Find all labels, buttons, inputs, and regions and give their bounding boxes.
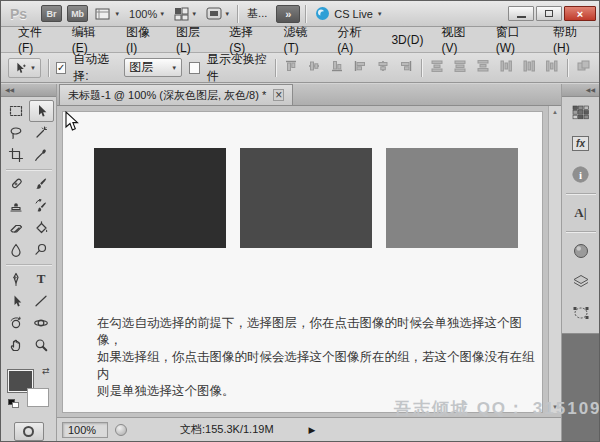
spot-healing-brush-tool[interactable] — [4, 173, 29, 195]
dodge-tool[interactable] — [29, 239, 54, 261]
line-tool[interactable] — [29, 290, 54, 312]
crop-icon — [8, 147, 24, 163]
dock-collapse-button[interactable]: ◀◀ — [562, 84, 599, 97]
rectangular-marquee-tool[interactable] — [4, 100, 29, 122]
align-top-edges-button[interactable] — [283, 58, 299, 78]
menu-analysis[interactable]: 分析(A) — [328, 20, 382, 59]
eraser-tool[interactable] — [4, 217, 29, 239]
history-brush-tool[interactable] — [29, 195, 54, 217]
masks-path-icon — [572, 305, 590, 321]
type-tool-icon: T — [37, 271, 46, 287]
auto-select-checkbox[interactable]: ✓ — [56, 62, 67, 74]
distribute-bottom-edges-button[interactable] — [475, 58, 491, 78]
info-panel-button[interactable]: i — [566, 160, 596, 189]
screen-mode-button[interactable]: ▼ — [204, 7, 232, 20]
align-right-edges-button[interactable] — [398, 58, 414, 78]
instruction-line: 如果选择组，你点击图像的时候会选择这个图像所在的组，若这个图像没有在组内 — [97, 349, 542, 383]
view-extras-button[interactable]: ▼ — [93, 7, 122, 21]
swatches-panel-button[interactable] — [566, 98, 596, 127]
document-tab[interactable]: 未标题-1 @ 100% (深灰色图层, 灰色/8) * × — [59, 84, 293, 105]
character-panel-button[interactable]: A| — [566, 198, 596, 227]
close-button[interactable]: × — [564, 6, 596, 21]
status-zoom-field[interactable]: 100% — [62, 422, 108, 438]
arrange-documents-button[interactable]: ▼ — [172, 7, 199, 21]
menu-window[interactable]: 窗口(W) — [487, 20, 544, 59]
auto-select-target-dropdown[interactable]: 图层 ▼ — [124, 58, 182, 77]
type-tool[interactable]: T — [29, 268, 54, 290]
tab-close-icon[interactable]: × — [273, 89, 284, 101]
styles-panel-button[interactable]: fx — [566, 129, 596, 158]
show-transform-controls-checkbox[interactable] — [189, 62, 200, 74]
layer-rectangles — [94, 148, 518, 248]
clone-stamp-icon — [8, 198, 24, 214]
align-horizontal-centers-button[interactable] — [375, 58, 391, 78]
medium-gray-rectangle[interactable] — [386, 148, 518, 248]
masks-panel-button[interactable] — [566, 298, 596, 327]
menu-view[interactable]: 视图(V) — [432, 20, 486, 59]
color-swatches-widget: ⇄ — [6, 364, 52, 410]
3d-orbit-tool[interactable] — [29, 312, 54, 334]
align-vertical-centers-button[interactable] — [306, 58, 322, 78]
menu-filter[interactable]: 滤镜(T) — [274, 20, 328, 59]
align-right-edges-icon — [399, 59, 413, 73]
status-clock-icon — [115, 424, 127, 436]
background-color-swatch[interactable] — [27, 388, 49, 407]
workspace-switcher-button[interactable]: 基... — [243, 6, 271, 21]
path-selection-tool[interactable] — [4, 290, 29, 312]
window-controls: × — [506, 6, 596, 21]
status-flyout-icon[interactable]: ▶ — [309, 425, 316, 435]
menu-image[interactable]: 图像(I) — [117, 20, 167, 59]
align-bottom-edges-button[interactable] — [329, 58, 345, 78]
tool-palette-collapse-button[interactable]: ◀◀ — [1, 84, 56, 97]
medium-dark-gray-rectangle[interactable] — [240, 148, 372, 248]
swap-colors-icon[interactable]: ⇄ — [42, 366, 50, 376]
blur-tool[interactable] — [4, 239, 29, 261]
distribute-top-edges-button[interactable] — [429, 58, 445, 78]
distribute-right-edges-button[interactable] — [544, 58, 560, 78]
zoom-tool[interactable] — [29, 334, 54, 356]
default-colors-icon[interactable] — [8, 399, 19, 408]
3d-panel-button[interactable] — [566, 236, 596, 265]
eyedropper-icon — [33, 147, 49, 163]
minimize-button[interactable] — [508, 6, 534, 21]
menu-file[interactable]: 文件(F) — [9, 20, 63, 59]
tools-separator — [4, 166, 54, 173]
paint-bucket-tool[interactable] — [29, 217, 54, 239]
auto-align-layers-button[interactable] — [575, 58, 592, 78]
magic-wand-tool[interactable] — [29, 122, 54, 144]
eyedropper-tool[interactable] — [29, 144, 54, 166]
distribute-vertical-centers-button[interactable] — [452, 58, 468, 78]
align-left-edges-icon — [353, 59, 367, 73]
dark-gray-rectangle[interactable] — [94, 148, 226, 248]
maximize-button[interactable] — [536, 6, 562, 21]
lasso-icon — [8, 125, 24, 141]
brush-tool[interactable] — [29, 173, 54, 195]
quick-mask-mode-button[interactable] — [14, 422, 44, 441]
move-tool-icon — [13, 61, 27, 75]
vertical-scrollbar[interactable]: ▲ ▼ — [548, 106, 561, 413]
distribute-left-edges-button[interactable] — [498, 58, 514, 78]
move-tool[interactable] — [29, 100, 54, 122]
tools-separator — [4, 261, 54, 268]
distribute-horizontal-centers-button[interactable] — [521, 58, 537, 78]
scroll-up-icon[interactable]: ▲ — [552, 106, 558, 118]
info-icon: i — [572, 166, 589, 183]
cs-live-button[interactable]: CS Live ▼ — [311, 6, 386, 21]
history-brush-icon — [33, 198, 49, 214]
3d-rotate-tool[interactable] — [4, 312, 29, 334]
layer-comps-panel-button[interactable] — [566, 267, 596, 296]
tool-palette: ◀◀ T — [1, 84, 57, 441]
zoom-level-button[interactable]: 100% ▼ — [127, 8, 167, 20]
pen-tool[interactable] — [4, 268, 29, 290]
menu-3d[interactable]: 3D(D) — [382, 29, 432, 51]
document-canvas[interactable]: 在勾选自动选择的前提下，选择图层，你在点击图像的时候会单独选择这个图像， 如果选… — [62, 111, 543, 413]
cs-live-label: CS Live — [334, 8, 373, 20]
hand-tool[interactable] — [4, 334, 29, 356]
menu-help[interactable]: 帮助(H) — [544, 20, 599, 59]
tool-preset-picker[interactable]: ▼ — [8, 58, 41, 78]
align-left-edges-button[interactable] — [352, 58, 368, 78]
view-extras-icon — [95, 7, 112, 21]
crop-tool[interactable] — [4, 144, 29, 166]
lasso-tool[interactable] — [4, 122, 29, 144]
clone-stamp-tool[interactable] — [4, 195, 29, 217]
